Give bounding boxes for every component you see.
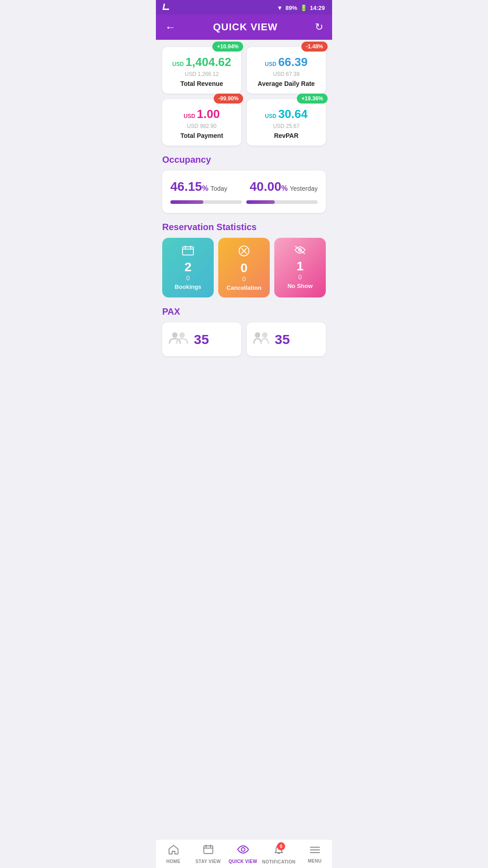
- avg-daily-rate-usd: USD: [265, 61, 276, 67]
- occupancy-section-title: Occupancy: [162, 155, 326, 165]
- main-content: +10.94% USD 1,404.62 USD 1,266.12 Total …: [156, 40, 332, 392]
- revpar-amount-row: USD 30.64: [253, 107, 319, 121]
- avg-daily-rate-badge: -1.48%: [301, 42, 328, 52]
- quick-view-icon: [237, 844, 249, 857]
- pax-section-title: PAX: [162, 307, 326, 317]
- bookings-icon: [167, 245, 209, 258]
- no-show-sub-value: 0: [279, 274, 321, 281]
- revpar-usd: USD: [265, 113, 276, 119]
- nav-menu[interactable]: MENU: [297, 840, 332, 868]
- pax-card-1: 35: [162, 322, 241, 356]
- revpar-value: 30.64: [278, 107, 308, 121]
- svg-point-12: [262, 332, 267, 338]
- refresh-button[interactable]: ↻: [315, 21, 323, 33]
- battery-icon: 🔋: [300, 5, 307, 11]
- total-payment-badge: -99.90%: [214, 94, 243, 104]
- pax-people-icon-2: [253, 330, 269, 348]
- nav-quick-view-label: QUICK VIEW: [229, 859, 258, 864]
- pax-value-2: 35: [275, 332, 290, 347]
- cancellation-icon: [223, 245, 265, 259]
- nav-notification-label: NOTIFICATION: [262, 859, 296, 864]
- total-payment-amount-row: USD 1.00: [169, 107, 235, 121]
- total-revenue-value: 1,404.62: [186, 55, 231, 69]
- svg-point-11: [255, 332, 260, 338]
- notification-badge: 0: [277, 842, 285, 850]
- occupancy-today: 46.15% Today: [170, 179, 244, 194]
- occupancy-card: 46.15% Today 40.00% Yesterday: [162, 170, 326, 213]
- nav-home[interactable]: HOME: [156, 840, 191, 868]
- occupancy-yesterday-bar: [246, 200, 275, 204]
- occupancy-yesterday-bar-wrap: [246, 200, 318, 204]
- reservation-stats-title: Reservation Statistics: [162, 222, 326, 232]
- avg-daily-rate-label: Average Daily Rate: [253, 80, 319, 87]
- nav-stay-view-label: STAY VIEW: [196, 859, 221, 864]
- metric-total-revenue: +10.94% USD 1,404.62 USD 1,266.12 Total …: [162, 47, 241, 94]
- bookings-name: Bookings: [167, 283, 209, 290]
- bookings-sub-value: 0: [167, 274, 209, 282]
- revpar-prev: USD 25.67: [253, 123, 319, 129]
- svg-line-8: [296, 246, 305, 254]
- occupancy-values-row: 46.15% Today 40.00% Yesterday: [170, 179, 318, 194]
- no-show-icon: [279, 245, 321, 257]
- cancellation-name: Cancellation: [223, 284, 265, 291]
- total-revenue-amount-row: USD 1,404.62: [169, 55, 235, 69]
- occupancy-yesterday-value: 40.00: [249, 179, 281, 193]
- bookings-main-value: 2: [167, 261, 209, 274]
- occupancy-today-bar: [170, 200, 203, 204]
- nav-notification[interactable]: 0 NOTIFICATION: [260, 840, 297, 868]
- nav-quick-view[interactable]: QUICK VIEW: [225, 840, 260, 868]
- nav-menu-label: MENU: [308, 859, 322, 863]
- no-show-main-value: 1: [279, 260, 321, 273]
- status-bar: ▼ 89% 🔋 14:29: [156, 0, 332, 14]
- revpar-label: RevPAR: [253, 132, 319, 139]
- cancellation-sub-value: 0: [223, 275, 265, 283]
- total-payment-value: 1.00: [197, 107, 220, 121]
- nav-home-label: HOME: [166, 859, 180, 864]
- status-bar-right: ▼ 89% 🔋 14:29: [277, 5, 325, 11]
- total-revenue-prev: USD 1,266.12: [169, 71, 235, 77]
- occupancy-yesterday: 40.00% Yesterday: [244, 179, 318, 194]
- pax-grid: 35 35: [162, 322, 326, 356]
- menu-icon: [310, 845, 320, 857]
- svg-rect-0: [183, 247, 193, 255]
- metric-revpar: +19.36% USD 30.64 USD 25.67 RevPAR: [247, 99, 326, 146]
- reservation-stats-grid: 2 0 Bookings 0 0 Cancellation: [162, 238, 326, 297]
- home-icon: [168, 844, 179, 857]
- metric-avg-daily-rate: -1.48% USD 66.39 USD 67.39 Average Daily…: [247, 47, 326, 94]
- svg-point-9: [172, 332, 178, 338]
- occupancy-yesterday-label: Yesterday: [290, 185, 318, 192]
- occupancy-today-bar-wrap: [170, 200, 242, 204]
- total-revenue-label: Total Revenue: [169, 80, 235, 87]
- metric-total-payment: -99.90% USD 1.00 USD 982.90 Total Paymen…: [162, 99, 241, 146]
- stay-view-icon: [203, 844, 214, 857]
- signal-indicator: [163, 4, 169, 12]
- avg-daily-rate-value: 66.39: [278, 55, 308, 69]
- back-button[interactable]: ←: [165, 21, 176, 33]
- total-payment-label: Total Payment: [169, 132, 235, 139]
- occupancy-today-label: Today: [211, 185, 227, 192]
- svg-rect-13: [204, 846, 213, 854]
- occupancy-today-value: 46.15: [170, 179, 202, 193]
- nav-stay-view[interactable]: STAY VIEW: [191, 840, 225, 868]
- total-payment-prev: USD 982.90: [169, 123, 235, 129]
- stat-card-bookings[interactable]: 2 0 Bookings: [162, 238, 214, 297]
- avg-daily-rate-amount-row: USD 66.39: [253, 55, 319, 69]
- svg-point-17: [241, 848, 245, 851]
- stat-card-cancellation[interactable]: 0 0 Cancellation: [218, 238, 270, 297]
- battery-percentage: 89%: [286, 5, 297, 11]
- clock: 14:29: [310, 5, 325, 11]
- occupancy-progress-bars: [170, 200, 318, 204]
- bottom-nav: HOME STAY VIEW QUICK VIEW: [156, 839, 332, 868]
- app-header: ← QUICK VIEW ↻: [156, 14, 332, 40]
- metrics-grid: +10.94% USD 1,404.62 USD 1,266.12 Total …: [162, 47, 326, 146]
- svg-point-10: [179, 332, 185, 338]
- pax-people-icon-1: [169, 330, 188, 348]
- no-show-name: No Show: [279, 283, 321, 289]
- total-payment-usd: USD: [184, 113, 195, 119]
- page-title: QUICK VIEW: [213, 21, 277, 33]
- avg-daily-rate-prev: USD 67.39: [253, 71, 319, 77]
- pax-card-2: 35: [247, 322, 326, 356]
- stat-card-no-show[interactable]: 1 0 No Show: [274, 238, 326, 297]
- pax-value-1: 35: [194, 332, 209, 347]
- wifi-icon: ▼: [277, 5, 283, 11]
